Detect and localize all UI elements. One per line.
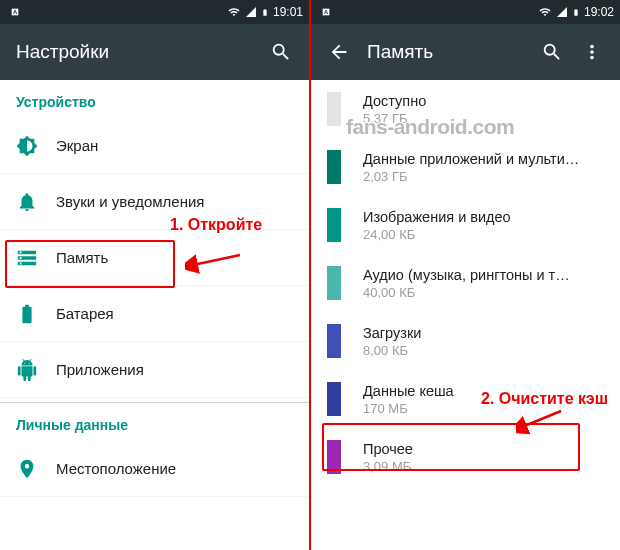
storage-item-title: Доступно	[363, 93, 426, 109]
android-icon	[16, 359, 56, 381]
search-icon[interactable]	[261, 32, 301, 72]
marker-icon: A	[321, 7, 331, 17]
settings-item-label: Звуки и уведомления	[56, 193, 204, 210]
page-title: Настройки	[16, 41, 261, 63]
storage-item-sub: 24,00 КБ	[363, 227, 511, 242]
wifi-icon	[538, 6, 552, 18]
storage-item-cache[interactable]: Данные кеша 170 МБ	[311, 370, 620, 428]
back-icon[interactable]	[319, 32, 359, 72]
overflow-icon[interactable]	[572, 32, 612, 72]
storage-item-sub: 3,09 МБ	[363, 459, 413, 474]
color-swatch	[327, 440, 341, 474]
color-swatch	[327, 266, 341, 300]
settings-item-label: Местоположение	[56, 460, 176, 477]
display-icon	[16, 135, 56, 157]
settings-item-label: Память	[56, 249, 108, 266]
storage-list: Доступно 5,37 ГБ Данные приложений и мул…	[311, 80, 620, 486]
storage-item-title: Данные кеша	[363, 383, 454, 399]
settings-item-battery[interactable]: Батарея	[0, 286, 309, 342]
marker-icon: A	[10, 7, 20, 17]
settings-item-display[interactable]: Экран	[0, 118, 309, 174]
storage-item-sub: 5,37 ГБ	[363, 111, 426, 126]
storage-item-sub: 40,00 КБ	[363, 285, 570, 300]
battery-icon	[16, 303, 56, 325]
battery-icon	[261, 6, 269, 19]
settings-item-label: Экран	[56, 137, 98, 154]
storage-item-title: Аудио (музыка, рингтоны и т…	[363, 267, 570, 283]
status-bar: A 19:01	[0, 0, 309, 24]
storage-item-apps[interactable]: Данные приложений и мульти… 2,03 ГБ	[311, 138, 620, 196]
status-bar: A 19:02	[311, 0, 620, 24]
wifi-icon	[227, 6, 241, 18]
storage-item-title: Загрузки	[363, 325, 421, 341]
bell-icon	[16, 191, 56, 213]
storage-icon	[16, 247, 56, 269]
settings-item-label: Батарея	[56, 305, 114, 322]
settings-item-label: Приложения	[56, 361, 144, 378]
storage-item-images[interactable]: Изображения и видео 24,00 КБ	[311, 196, 620, 254]
signal-icon	[556, 6, 568, 18]
storage-item-sub: 170 МБ	[363, 401, 454, 416]
section-device: Устройство	[0, 80, 309, 118]
color-swatch	[327, 150, 341, 184]
storage-item-audio[interactable]: Аудио (музыка, рингтоны и т… 40,00 КБ	[311, 254, 620, 312]
storage-screen: A 19:02 Память	[311, 0, 620, 550]
storage-item-other[interactable]: Прочее 3,09 МБ	[311, 428, 620, 486]
storage-item-downloads[interactable]: Загрузки 8,00 КБ	[311, 312, 620, 370]
settings-item-sound[interactable]: Звуки и уведомления	[0, 174, 309, 230]
color-swatch	[327, 208, 341, 242]
storage-item-available[interactable]: Доступно 5,37 ГБ	[311, 80, 620, 138]
storage-item-title: Прочее	[363, 441, 413, 457]
storage-item-title: Данные приложений и мульти…	[363, 151, 579, 167]
status-time: 19:02	[584, 5, 614, 19]
status-time: 19:01	[273, 5, 303, 19]
settings-item-storage[interactable]: Память	[0, 230, 309, 286]
settings-item-location[interactable]: Местоположение	[0, 441, 309, 497]
storage-item-title: Изображения и видео	[363, 209, 511, 225]
color-swatch	[327, 92, 341, 126]
storage-item-sub: 2,03 ГБ	[363, 169, 579, 184]
location-icon	[16, 458, 56, 480]
color-swatch	[327, 324, 341, 358]
page-title: Память	[367, 41, 532, 63]
battery-icon	[572, 6, 580, 19]
search-icon[interactable]	[532, 32, 572, 72]
storage-item-sub: 8,00 КБ	[363, 343, 421, 358]
toolbar: Настройки	[0, 24, 309, 80]
section-personal: Личные данные	[0, 403, 309, 441]
signal-icon	[245, 6, 257, 18]
settings-screen: A 19:01 Настройки Устройство	[0, 0, 309, 550]
color-swatch	[327, 382, 341, 416]
toolbar: Память	[311, 24, 620, 80]
settings-item-apps[interactable]: Приложения	[0, 342, 309, 398]
